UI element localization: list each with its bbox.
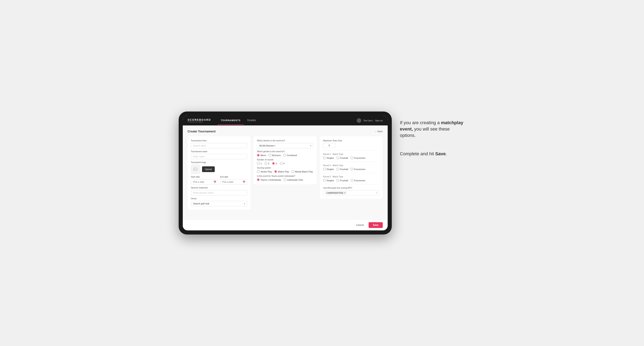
round-1[interactable]: 1: [257, 162, 262, 165]
start-date-input[interactable]: [191, 179, 218, 184]
round1-fourball-label: Fourball: [340, 157, 348, 159]
user-text: Test User |: [363, 120, 373, 122]
tag-text: Leaderboard King: [326, 192, 343, 194]
tablet-screen: SCOREBOARD Powered by clippit TOURNAMENT…: [183, 116, 388, 230]
venue-label: Venue: [191, 197, 247, 200]
round2-foursomes[interactable]: Foursomes: [350, 168, 365, 171]
round2-foursomes-label: Foursomes: [354, 168, 365, 171]
individuals-only[interactable]: Individuals Only: [284, 178, 303, 181]
image-icon: [194, 168, 198, 171]
round2-singles-radio[interactable]: [323, 168, 326, 171]
name-input[interactable]: [191, 154, 247, 159]
round2-fourball-radio[interactable]: [336, 168, 339, 171]
gender-womens-label: Womens: [272, 154, 281, 157]
round3-fourball-radio[interactable]: [336, 179, 339, 182]
scoring-medal-radio[interactable]: [292, 170, 294, 173]
round1-section: Round 1 - Match Type Singles Fourball: [323, 153, 380, 159]
host-input[interactable]: [191, 143, 247, 148]
teams-plus[interactable]: Teams (+Individuals): [257, 178, 281, 181]
tag-remove-icon[interactable]: ✕: [344, 192, 345, 194]
scoring-match-label: Match Play: [278, 171, 289, 173]
round3-foursomes-radio[interactable]: [350, 179, 353, 182]
round3-singles-label: Singles: [326, 179, 334, 182]
scoring-label: Scoring system: [257, 167, 313, 169]
round-1-radio[interactable]: [257, 162, 260, 165]
annotations: If you are creating a matchplay event, y…: [400, 112, 466, 157]
round1-fourball[interactable]: Fourball: [336, 157, 348, 159]
gender-mens-radio[interactable]: [257, 154, 260, 157]
date-row: Start date 📅 End date 📅: [191, 176, 247, 184]
save-button[interactable]: Save: [368, 222, 382, 228]
upload-button[interactable]: Upload: [202, 166, 215, 172]
round2-foursomes-radio[interactable]: [350, 168, 353, 171]
round-4-radio[interactable]: [280, 162, 282, 165]
scoring-match-radio[interactable]: [274, 170, 277, 173]
round1-foursomes[interactable]: Foursomes: [350, 157, 365, 159]
round3-singles[interactable]: Singles: [323, 179, 334, 182]
round-4-label: 4: [284, 162, 284, 165]
middle-column: Which division is the event for? NCAA Di…: [254, 136, 316, 184]
venue-select[interactable]: Search golf club: [191, 201, 247, 206]
round-3[interactable]: 3: [272, 162, 277, 165]
signout-link[interactable]: Sign out: [375, 120, 383, 122]
round3-fourball-label: Fourball: [340, 179, 348, 182]
round1-foursomes-radio[interactable]: [350, 157, 353, 159]
round1-foursomes-label: Foursomes: [354, 157, 365, 159]
round3-options: Singles Fourball Foursomes: [323, 179, 380, 182]
gender-womens-radio[interactable]: [268, 154, 271, 157]
content-area: Create Tournament ← Back Tournament Host…: [183, 125, 388, 219]
scoring-stroke-radio[interactable]: [257, 170, 260, 173]
round3-fourball[interactable]: Fourball: [336, 179, 348, 182]
gender-womens[interactable]: Womens: [268, 154, 281, 157]
third-party-section: Use third-party live scoring API? Leader…: [323, 187, 380, 195]
sponsor-input[interactable]: [191, 190, 247, 195]
round3-singles-radio[interactable]: [323, 179, 326, 182]
logo-sub: Powered by clippit: [188, 121, 211, 123]
round1-singles[interactable]: Singles: [323, 157, 334, 159]
third-party-label: Use third-party live scoring API?: [323, 187, 380, 189]
nav-bar: SCOREBOARD Powered by clippit TOURNAMENT…: [183, 116, 388, 125]
max-team-label: Maximum Team Size: [323, 140, 380, 142]
nav-user: Test User | Sign out: [357, 118, 382, 123]
nav-tabs: TOURNAMENTS TEAMS: [218, 116, 350, 125]
svg-point-1: [194, 169, 195, 169]
round2-fourball[interactable]: Fourball: [336, 168, 348, 171]
tag-pill: Leaderboard King ✕: [325, 191, 347, 194]
division-select-wrapper: NCAA Division I: [257, 143, 313, 148]
scoring-medal[interactable]: Medal Match Play: [292, 170, 313, 173]
individuals-only-radio[interactable]: [284, 178, 286, 181]
end-date-input[interactable]: [220, 179, 247, 184]
round-2[interactable]: 2: [264, 162, 269, 165]
round-3-radio[interactable]: [272, 162, 275, 165]
scoring-stroke[interactable]: Stroke Play: [257, 170, 272, 173]
annotation-bottom-block: Complete and hit Save.: [400, 151, 466, 157]
division-select[interactable]: NCAA Division I: [257, 143, 313, 148]
scoring-match[interactable]: Match Play: [274, 170, 289, 173]
individuals-only-label: Individuals Only: [287, 179, 303, 181]
round3-foursomes[interactable]: Foursomes: [350, 179, 365, 182]
gender-combined-radio[interactable]: [283, 154, 286, 157]
back-button[interactable]: ← Back: [375, 130, 383, 133]
start-date-wrapper: 📅: [191, 179, 218, 184]
annotation-top-text: If you are creating a matchplay event, y…: [400, 120, 466, 139]
round-4[interactable]: 4: [280, 162, 284, 165]
teams-plus-radio[interactable]: [257, 178, 260, 181]
round-3-label: 3: [276, 162, 277, 165]
tab-tournaments[interactable]: TOURNAMENTS: [218, 116, 244, 125]
third-party-input[interactable]: Leaderboard King ✕ ▾: [323, 190, 380, 195]
gender-combined[interactable]: Combined: [283, 154, 297, 157]
teams-plus-label: Teams (+Individuals): [260, 179, 281, 181]
page-header: Create Tournament ← Back: [188, 130, 383, 133]
round2-singles[interactable]: Singles: [323, 168, 334, 171]
annotation-bottom-text: Complete and hit Save.: [400, 151, 466, 157]
cancel-button[interactable]: Cancel: [353, 222, 366, 228]
rounds-radio-group: 1 2 3 4: [257, 162, 313, 165]
gender-mens[interactable]: Mens: [257, 154, 266, 157]
name-label: Tournament name: [191, 150, 247, 153]
logo-upload-area: Upload: [191, 165, 247, 174]
round-2-radio[interactable]: [264, 162, 267, 165]
round1-fourball-radio[interactable]: [336, 157, 339, 159]
round1-singles-radio[interactable]: [323, 157, 326, 159]
max-team-input[interactable]: [323, 143, 336, 148]
tab-teams[interactable]: TEAMS: [244, 116, 260, 125]
